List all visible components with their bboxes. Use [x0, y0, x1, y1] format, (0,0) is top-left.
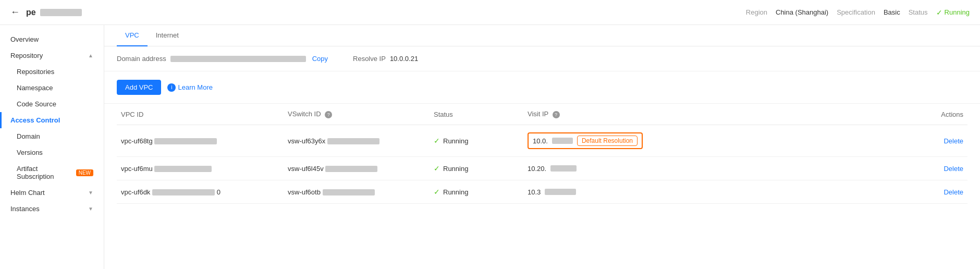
col-header-actions: Actions — [690, 104, 967, 125]
sidebar-item-overview[interactable]: Overview — [0, 31, 104, 47]
sidebar-item-artifact-subscription[interactable]: Artifact Subscription NEW — [0, 161, 104, 185]
sidebar-item-namespace-label: Namespace — [17, 84, 53, 92]
copy-link[interactable]: Copy — [312, 55, 328, 63]
vpc-id-cell-2: vpc-uf6mu — [117, 157, 284, 180]
vswitch-id-blurred-2 — [325, 166, 377, 172]
sidebar-item-domain[interactable]: Domain — [0, 128, 104, 144]
table-container: VPC ID VSwitch ID ? Status Visit IP — [104, 104, 980, 204]
visit-ip-cell-2: 10.20. — [523, 157, 690, 180]
status-check-icon-1: ✓ — [434, 137, 440, 145]
sidebar-item-versions-label: Versions — [17, 149, 43, 156]
delete-button-3[interactable]: Delete — [944, 188, 963, 196]
sidebar-item-namespace[interactable]: Namespace — [0, 80, 104, 96]
visit-ip-blurred-3 — [545, 189, 576, 195]
learn-more-button[interactable]: i Learn More — [167, 83, 212, 92]
sidebar-item-helm-chart-label: Helm Chart — [10, 189, 45, 197]
vpc-id-blurred-3 — [152, 189, 215, 195]
default-resolution-badge[interactable]: Default Resolution — [577, 136, 638, 146]
table-row: vpc-uf6dk 0 vsw-uf6otb ✓ — [117, 180, 967, 204]
resolve-ip-section: Resolve IP 10.0.0.21 — [353, 55, 418, 63]
sidebar-item-repository[interactable]: Repository ▲ — [0, 47, 104, 64]
domain-address-label: Domain address — [117, 55, 166, 63]
app-container: ← pe Region China (Shanghai) Specificati… — [0, 0, 980, 269]
status-cell-2: ✓ Running — [430, 157, 523, 180]
sidebar-item-repository-label: Repository — [10, 52, 43, 59]
actions-bar: Add VPC i Learn More — [104, 71, 980, 104]
region-value: China (Shanghai) — [776, 8, 828, 16]
actions-cell-3: Delete — [690, 180, 967, 204]
vpc-id-blurred-2 — [154, 166, 212, 172]
sidebar-item-helm-chart[interactable]: Helm Chart ▼ — [0, 185, 104, 201]
status-running: ✓ Running — [936, 8, 970, 17]
vswitch-question-icon[interactable]: ? — [325, 111, 332, 118]
delete-button-1[interactable]: Delete — [944, 137, 963, 145]
visit-ip-blurred-1 — [552, 138, 573, 144]
sidebar-item-versions[interactable]: Versions — [0, 144, 104, 161]
back-button[interactable]: ← — [10, 7, 20, 18]
sidebar-item-repositories-label: Repositories — [17, 68, 54, 76]
sidebar-item-artifact-subscription-label: Artifact Subscription — [17, 165, 73, 180]
sidebar-item-access-control-label: Access Control — [10, 116, 60, 124]
delete-button-2[interactable]: Delete — [944, 165, 963, 173]
sidebar-item-code-source[interactable]: Code Source — [0, 96, 104, 112]
status-value-3: Running — [443, 188, 468, 196]
header-left: ← pe — [10, 7, 82, 18]
actions-cell-2: Delete — [690, 157, 967, 180]
status-check-icon-3: ✓ — [434, 188, 440, 196]
domain-address-value-blurred — [170, 56, 306, 62]
page-title: pe — [26, 8, 36, 17]
visit-ip-cell-1: 10.0. Default Resolution — [523, 125, 690, 157]
content-area: VPC Internet Domain address Copy Resolve… — [104, 25, 980, 269]
sidebar-item-instances[interactable]: Instances ▼ — [0, 201, 104, 217]
learn-more-label: Learn More — [178, 83, 212, 91]
add-vpc-button[interactable]: Add VPC — [117, 80, 161, 95]
page-title-blurred — [40, 9, 82, 16]
vpc-id-cell-3: vpc-uf6dk 0 — [117, 180, 284, 204]
vswitch-id-cell-1: vsw-uf63y6x — [284, 125, 430, 157]
default-resolution-wrapper: 10.0. Default Resolution — [528, 132, 643, 149]
status-cell-1: ✓ Running — [430, 125, 523, 157]
chevron-up-icon: ▲ — [88, 53, 93, 58]
status-label: Status — [909, 8, 928, 16]
status-check-icon-2: ✓ — [434, 164, 440, 173]
tab-internet[interactable]: Internet — [148, 25, 187, 46]
col-header-visit-ip: Visit IP ? — [523, 104, 690, 125]
info-icon: i — [167, 83, 176, 92]
check-icon: ✓ — [936, 8, 942, 17]
vswitch-id-cell-3: vsw-uf6otb — [284, 180, 430, 204]
vswitch-id-blurred-3 — [323, 189, 375, 195]
status-value-1: Running — [443, 137, 468, 145]
vswitch-id-blurred-1 — [327, 138, 379, 144]
main-layout: Overview Repository ▲ Repositories Names… — [0, 25, 980, 269]
specification-value: Basic — [884, 8, 900, 16]
chevron-down-icon-instances: ▼ — [88, 206, 93, 212]
status-value: Running — [945, 8, 970, 16]
new-badge: NEW — [76, 169, 93, 176]
resolve-ip-label: Resolve IP — [353, 55, 386, 63]
vpc-id-blurred-1 — [154, 138, 217, 144]
visit-ip-value-3: 10.3 — [528, 188, 541, 196]
top-header: ← pe Region China (Shanghai) Specificati… — [0, 0, 980, 25]
actions-cell-1: Delete — [690, 125, 967, 157]
status-value-2: Running — [443, 165, 468, 173]
tabs: VPC Internet — [104, 25, 980, 46]
table-row: vpc-uf6mu vsw-uf6l45v ✓ Running — [117, 157, 967, 180]
sidebar-item-access-control[interactable]: Access Control — [0, 112, 104, 128]
visit-ip-question-icon[interactable]: ? — [553, 111, 560, 118]
col-header-vpc-id: VPC ID — [117, 104, 284, 125]
tab-vpc[interactable]: VPC — [117, 25, 148, 46]
vpc-table: VPC ID VSwitch ID ? Status Visit IP — [117, 104, 967, 204]
sidebar-item-overview-label: Overview — [10, 35, 39, 43]
sidebar-item-instances-label: Instances — [10, 205, 40, 213]
specification-label: Specification — [837, 8, 875, 16]
page-title-area: pe — [26, 8, 82, 17]
visit-ip-value-2: 10.20. — [528, 165, 546, 173]
col-header-status: Status — [430, 104, 523, 125]
col-header-vswitch-id: VSwitch ID ? — [284, 104, 430, 125]
table-row: vpc-uf68tg vsw-uf63y6x ✓ Running — [117, 125, 967, 157]
visit-ip-cell-3: 10.3 — [523, 180, 690, 204]
sidebar-item-repositories[interactable]: Repositories — [0, 64, 104, 80]
vswitch-id-cell-2: vsw-uf6l45v — [284, 157, 430, 180]
visit-ip-value-1: 10.0. — [533, 137, 548, 145]
header-right: Region China (Shanghai) Specification Ba… — [746, 8, 970, 17]
